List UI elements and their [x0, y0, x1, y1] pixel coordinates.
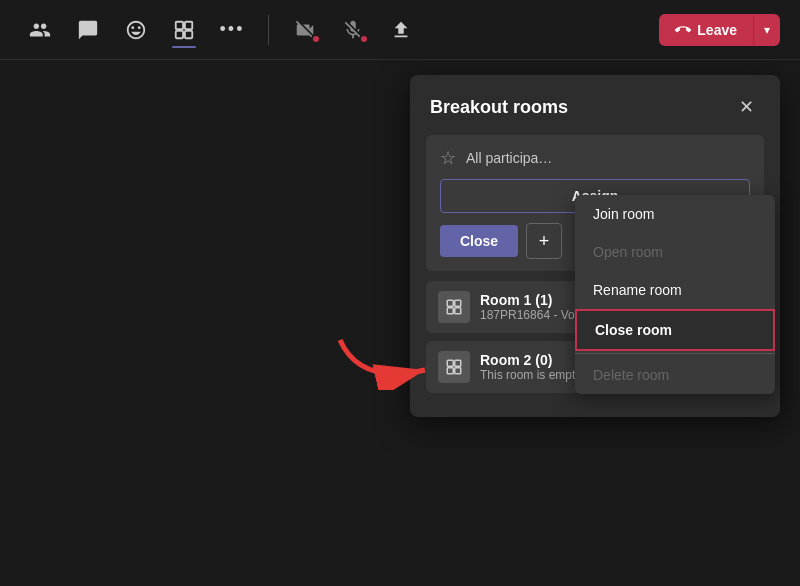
- room-list-left-2: Room 2 (0) This room is empty: [438, 351, 581, 383]
- leave-btn-main[interactable]: Leave: [659, 14, 753, 46]
- svg-rect-0: [176, 21, 183, 28]
- chat-icon-btn[interactable]: [68, 10, 108, 50]
- svg-rect-2: [176, 30, 183, 37]
- people-icon-btn[interactable]: [20, 10, 60, 50]
- svg-rect-7: [455, 308, 461, 314]
- toolbar: ••• Leave ▾: [0, 0, 800, 60]
- panel-title: Breakout rooms: [430, 97, 568, 118]
- panel-close-btn[interactable]: ✕: [732, 93, 760, 121]
- room-info-2: Room 2 (0) This room is empty: [480, 352, 581, 382]
- context-menu-close-room[interactable]: Close room: [575, 309, 775, 351]
- mic-off-btn[interactable]: [333, 10, 373, 50]
- context-menu: Join room Open room Rename room Close ro…: [575, 195, 775, 394]
- toolbar-divider: [268, 15, 269, 45]
- svg-rect-5: [455, 300, 461, 306]
- star-icon: ☆: [440, 147, 456, 169]
- toolbar-left: •••: [20, 10, 421, 50]
- share-btn[interactable]: [381, 10, 421, 50]
- svg-rect-9: [455, 360, 461, 366]
- add-room-btn[interactable]: +: [526, 223, 562, 259]
- context-menu-rename-room[interactable]: Rename room: [575, 271, 775, 309]
- emoji-icon-btn[interactable]: [116, 10, 156, 50]
- context-menu-divider: [575, 353, 775, 354]
- all-participants-label: All participa…: [466, 150, 552, 166]
- leave-button[interactable]: Leave ▾: [659, 14, 780, 46]
- context-menu-open-room: Open room: [575, 233, 775, 271]
- room-sub-2: This room is empty: [480, 368, 581, 382]
- leave-label: Leave: [697, 22, 737, 38]
- svg-rect-6: [447, 308, 453, 314]
- svg-rect-11: [455, 368, 461, 374]
- video-off-btn[interactable]: [285, 10, 325, 50]
- close-room-btn[interactable]: Close: [440, 225, 518, 257]
- room-icon-1: [438, 291, 470, 323]
- toolbar-right: Leave ▾: [659, 14, 780, 46]
- room-icon-2: [438, 351, 470, 383]
- breakout-icon-btn[interactable]: [164, 10, 204, 50]
- room-name-2: Room 2 (0): [480, 352, 581, 368]
- panel-header: Breakout rooms ✕: [410, 75, 780, 135]
- svg-rect-1: [185, 21, 192, 28]
- svg-rect-10: [447, 368, 453, 374]
- context-menu-delete-room: Delete room: [575, 356, 775, 394]
- svg-rect-8: [447, 360, 453, 366]
- leave-dropdown-btn[interactable]: ▾: [753, 15, 780, 45]
- svg-rect-3: [185, 30, 192, 37]
- svg-rect-4: [447, 300, 453, 306]
- room-card-top: ☆ All participa…: [440, 147, 750, 169]
- more-icon-btn[interactable]: •••: [212, 10, 252, 50]
- context-menu-join-room[interactable]: Join room: [575, 195, 775, 233]
